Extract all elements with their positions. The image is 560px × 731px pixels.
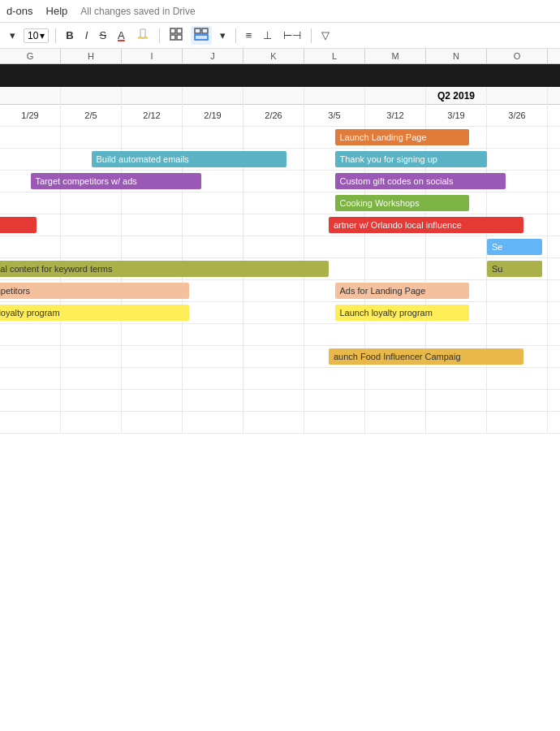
- cell-r2-c4[interactable]: [243, 171, 304, 192]
- bold-button[interactable]: B: [62, 28, 76, 43]
- cell-r7-c3[interactable]: [183, 280, 243, 301]
- date-cell-6: 3/12: [365, 105, 426, 126]
- font-color-button[interactable]: A: [114, 28, 128, 43]
- cell-r12-c1[interactable]: [61, 390, 122, 411]
- cell-r0-c2[interactable]: [122, 127, 183, 148]
- cell-r3-c8[interactable]: [487, 192, 548, 214]
- cell-r9-c7[interactable]: [426, 324, 487, 345]
- cell-r5-c0[interactable]: [0, 236, 61, 257]
- font-size-chevron[interactable]: ▾: [40, 30, 45, 41]
- cell-r5-c6[interactable]: [365, 236, 426, 257]
- cell-r13-c1[interactable]: [61, 412, 122, 433]
- cell-r12-c6[interactable]: [365, 390, 426, 411]
- menu-addons[interactable]: d-ons: [6, 5, 33, 17]
- cell-r4-c3[interactable]: [183, 214, 243, 236]
- cell-r5-c4[interactable]: [243, 236, 304, 257]
- cell-r0-c3[interactable]: [183, 127, 243, 148]
- cell-r10-c3[interactable]: [183, 346, 243, 367]
- cell-r1-c0[interactable]: [0, 149, 61, 170]
- cell-r10-c1[interactable]: [61, 346, 122, 367]
- cell-r8-c8[interactable]: [487, 302, 548, 323]
- col-header-g: G: [0, 49, 61, 63]
- font-dropdown[interactable]: ▾: [6, 28, 19, 43]
- cell-r6-c6[interactable]: [365, 258, 426, 279]
- cell-r11-c5[interactable]: [304, 368, 365, 389]
- cell-r10-c4[interactable]: [243, 346, 304, 367]
- cell-r13-c2[interactable]: [122, 412, 183, 433]
- cell-r3-c0[interactable]: [0, 192, 61, 214]
- cell-r9-c5[interactable]: [304, 324, 365, 345]
- cell-r11-c8[interactable]: [487, 368, 548, 389]
- cell-r7-c8[interactable]: [487, 280, 548, 301]
- col-width-button[interactable]: ⊢⊣: [280, 28, 304, 43]
- cell-r13-c6[interactable]: [365, 412, 426, 433]
- cell-r1-c8[interactable]: [487, 149, 548, 170]
- cell-r0-c4[interactable]: [243, 127, 304, 148]
- cell-r12-c5[interactable]: [304, 390, 365, 411]
- menu-help[interactable]: Help: [46, 5, 68, 17]
- italic-button[interactable]: I: [82, 28, 92, 43]
- cell-r3-c1[interactable]: [61, 192, 122, 214]
- cell-r13-c4[interactable]: [243, 412, 304, 433]
- cell-r9-c6[interactable]: [365, 324, 426, 345]
- cell-r0-c8[interactable]: [487, 127, 548, 148]
- cell-r10-c2[interactable]: [122, 346, 183, 367]
- highlight-button[interactable]: [133, 26, 153, 45]
- cell-r4-c2[interactable]: [122, 214, 183, 236]
- cell-r13-c5[interactable]: [304, 412, 365, 433]
- borders-button[interactable]: [166, 26, 186, 45]
- cell-r9-c8[interactable]: [487, 324, 548, 345]
- cell-r12-c0[interactable]: [0, 390, 61, 411]
- cell-r7-c4[interactable]: [243, 280, 304, 301]
- cell-r3-c2[interactable]: [122, 192, 183, 214]
- cell-r12-c4[interactable]: [243, 390, 304, 411]
- task-bar: ild educational content for keyword term…: [0, 261, 329, 277]
- align-left-button[interactable]: ≡: [243, 28, 256, 43]
- cell-r9-c2[interactable]: [122, 324, 183, 345]
- more-button[interactable]: ▽: [318, 28, 333, 43]
- font-color-a: A: [118, 29, 125, 41]
- cell-r11-c2[interactable]: [122, 368, 183, 389]
- cell-r11-c4[interactable]: [243, 368, 304, 389]
- col-header-n: N: [426, 49, 487, 63]
- cell-r5-c7[interactable]: [426, 236, 487, 257]
- cell-r4-c4[interactable]: [243, 214, 304, 236]
- cell-r13-c7[interactable]: [426, 412, 487, 433]
- cell-r5-c1[interactable]: [61, 236, 122, 257]
- cell-r11-c0[interactable]: [0, 368, 61, 389]
- cell-r11-c3[interactable]: [183, 368, 243, 389]
- cell-r12-c2[interactable]: [122, 390, 183, 411]
- cell-r5-c3[interactable]: [183, 236, 243, 257]
- cell-r9-c3[interactable]: [183, 324, 243, 345]
- cell-r3-c3[interactable]: [183, 192, 243, 214]
- svg-rect-7: [195, 35, 208, 40]
- align-vert-button[interactable]: ⊥: [260, 28, 275, 43]
- cell-r10-c0[interactable]: [0, 346, 61, 367]
- cell-r0-c0[interactable]: [0, 127, 61, 148]
- cell-r12-c3[interactable]: [183, 390, 243, 411]
- cell-r0-c1[interactable]: [61, 127, 122, 148]
- cell-r8-c4[interactable]: [243, 302, 304, 323]
- cell-r12-c8[interactable]: [487, 390, 548, 411]
- cell-r13-c3[interactable]: [183, 412, 243, 433]
- toolbar-separator-4: [311, 28, 312, 43]
- cell-r11-c1[interactable]: [61, 368, 122, 389]
- cell-r13-c0[interactable]: [0, 412, 61, 433]
- cell-r13-c8[interactable]: [487, 412, 548, 433]
- cell-r8-c3[interactable]: [183, 302, 243, 323]
- cell-r11-c7[interactable]: [426, 368, 487, 389]
- cell-r12-c7[interactable]: [426, 390, 487, 411]
- merge-button[interactable]: [191, 26, 212, 45]
- cell-r5-c5[interactable]: [304, 236, 365, 257]
- cell-r3-c4[interactable]: [243, 192, 304, 214]
- cell-r5-c2[interactable]: [122, 236, 183, 257]
- cell-r9-c0[interactable]: [0, 324, 61, 345]
- cell-r9-c4[interactable]: [243, 324, 304, 345]
- date-row: 1/292/52/122/192/263/53/123/193/26: [0, 105, 560, 127]
- cell-r11-c6[interactable]: [365, 368, 426, 389]
- merge-chevron[interactable]: ▾: [217, 28, 229, 43]
- strikethrough-button[interactable]: S: [96, 28, 110, 43]
- cell-r9-c1[interactable]: [61, 324, 122, 345]
- cell-r4-c1[interactable]: [61, 214, 122, 236]
- cell-r6-c7[interactable]: [426, 258, 487, 279]
